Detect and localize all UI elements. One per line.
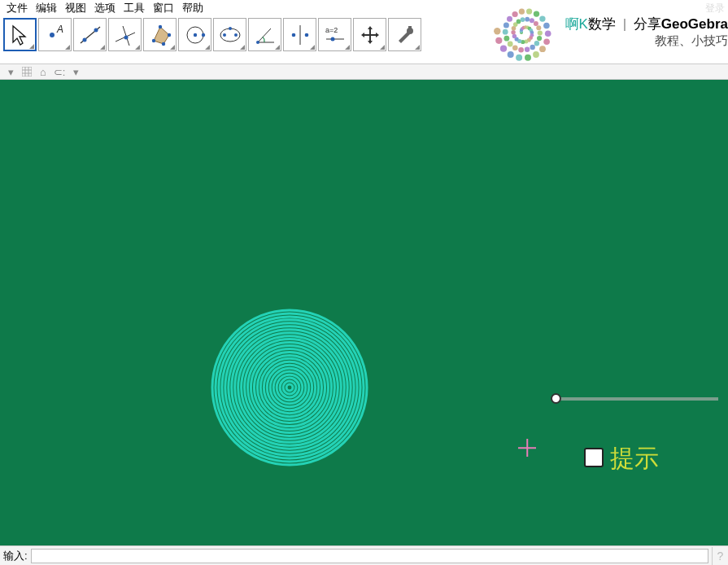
svg-point-11	[161, 42, 164, 45]
svg-point-96	[264, 361, 315, 413]
hint-label: 提示	[610, 442, 659, 475]
svg-point-65	[502, 29, 508, 35]
svg-point-103	[242, 339, 338, 436]
input-label: 输入:	[0, 549, 31, 563]
svg-point-100	[251, 349, 329, 427]
svg-point-74	[544, 30, 551, 37]
svg-point-72	[539, 15, 545, 21]
svg-point-19	[229, 27, 232, 30]
svg-point-61	[518, 47, 524, 53]
svg-point-77	[533, 51, 539, 58]
svg-point-4	[94, 28, 98, 32]
menu-edit[interactable]: 编辑	[33, 1, 60, 15]
command-input[interactable]	[31, 549, 708, 563]
crosshair-icon	[518, 439, 536, 457]
login-link[interactable]: 登录	[705, 2, 725, 15]
svg-point-63	[507, 42, 512, 47]
menu-tools[interactable]: 工具	[120, 1, 148, 15]
svg-point-18	[234, 33, 238, 37]
subbar-dropdown-icon[interactable]: ▾	[5, 66, 16, 77]
svg-point-52	[525, 17, 530, 22]
brand-share: 分享GeoGebra	[634, 16, 728, 32]
brand-math: 数学	[588, 16, 616, 32]
svg-text:a=2: a=2	[325, 26, 338, 34]
svg-point-50	[516, 20, 521, 24]
brand-line2: 教程、小技巧	[565, 33, 728, 49]
svg-marker-8	[154, 27, 169, 44]
svg-point-0	[50, 33, 54, 37]
svg-point-76	[539, 46, 546, 52]
tool-move[interactable]	[3, 18, 37, 51]
svg-point-51	[520, 17, 525, 22]
tool-point[interactable]: A	[38, 18, 72, 51]
svg-point-62	[512, 46, 518, 51]
menu-options[interactable]: 选项	[91, 1, 119, 15]
menu-window[interactable]: 窗口	[150, 1, 177, 15]
subbar-home-icon[interactable]: ⌂	[37, 66, 49, 77]
svg-text:A: A	[56, 24, 63, 35]
tool-line[interactable]	[73, 18, 107, 51]
tool-settings[interactable]	[388, 18, 421, 51]
tool-conic[interactable]	[213, 18, 246, 51]
svg-point-93	[273, 371, 306, 404]
tool-angle[interactable]	[248, 18, 281, 51]
svg-point-55	[536, 25, 541, 30]
svg-point-9	[158, 24, 161, 28]
tool-reflect[interactable]	[283, 18, 316, 51]
spiral-logo-icon	[486, 0, 559, 64]
svg-point-90	[283, 381, 296, 394]
menu-view[interactable]: 视图	[62, 1, 89, 15]
svg-point-70	[526, 8, 532, 14]
graphics-view[interactable]: 提示	[0, 80, 728, 545]
subbar-grid-icon[interactable]	[21, 66, 33, 77]
help-icon[interactable]: ?	[712, 547, 728, 565]
brand-separator: |	[623, 16, 626, 32]
svg-point-14	[193, 33, 196, 36]
svg-point-46	[512, 34, 516, 38]
svg-rect-28	[408, 26, 412, 29]
svg-point-71	[533, 11, 538, 16]
input-bar: 输入: ?	[0, 545, 728, 565]
svg-point-69	[518, 9, 524, 15]
svg-point-66	[503, 22, 508, 28]
svg-point-17	[223, 33, 226, 37]
svg-point-10	[167, 33, 170, 36]
svg-point-3	[82, 37, 86, 42]
svg-point-58	[534, 41, 538, 46]
svg-point-82	[495, 37, 502, 44]
svg-point-47	[511, 30, 515, 34]
svg-point-54	[533, 21, 538, 26]
svg-point-64	[503, 36, 509, 42]
svg-point-23	[304, 33, 308, 37]
svg-point-73	[543, 23, 550, 29]
svg-point-59	[530, 45, 534, 50]
tool-circle[interactable]	[178, 18, 211, 51]
tool-slider[interactable]: a=2	[318, 18, 351, 51]
subbar-snap-icon[interactable]: ⊂:	[54, 66, 65, 77]
svg-point-75	[543, 38, 550, 45]
svg-point-81	[499, 46, 506, 52]
svg-point-12	[151, 38, 155, 42]
svg-point-89	[286, 384, 293, 391]
svg-point-22	[291, 33, 295, 37]
concentric-circles	[208, 306, 371, 469]
menu-help[interactable]: 帮助	[179, 1, 207, 15]
slider-knob[interactable]	[551, 393, 561, 404]
svg-point-110	[219, 317, 360, 458]
tool-move-view[interactable]	[353, 18, 386, 51]
svg-point-78	[525, 55, 531, 61]
tool-perpendicular[interactable]	[108, 18, 142, 51]
slider-track[interactable]	[556, 397, 718, 401]
subbar-snap-dropdown-icon[interactable]: ▾	[70, 66, 81, 77]
svg-point-7	[124, 35, 128, 39]
tool-polygon[interactable]	[143, 18, 177, 51]
hint-checkbox[interactable]	[584, 448, 604, 467]
svg-point-20	[256, 41, 259, 44]
svg-point-26	[330, 37, 334, 41]
view-subbar: ▾ ⌂ ⊂: ▾	[0, 64, 728, 80]
svg-point-67	[507, 16, 512, 22]
svg-point-60	[524, 47, 529, 52]
menu-file[interactable]: 文件	[3, 1, 31, 15]
svg-point-56	[537, 30, 542, 35]
svg-point-83	[494, 28, 500, 34]
